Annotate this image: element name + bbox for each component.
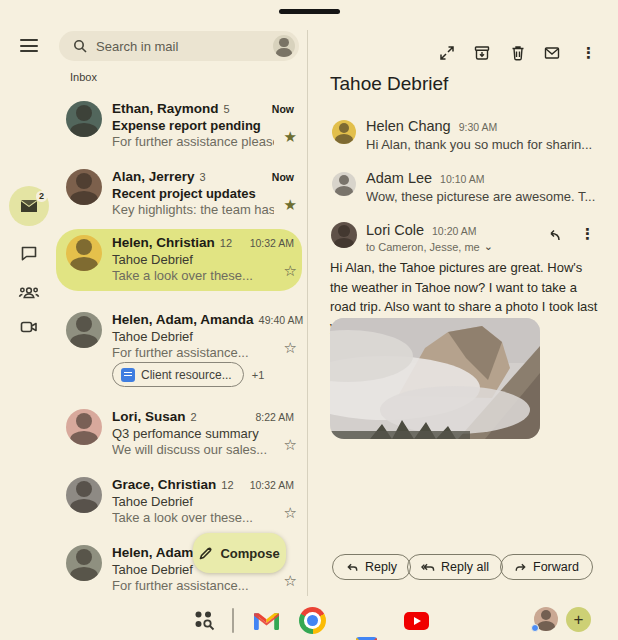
message-sender: Lori Cole xyxy=(366,222,424,238)
message-sender: Helen Chang xyxy=(366,118,451,134)
message-time: 10:10 AM xyxy=(440,173,484,185)
delete-icon[interactable] xyxy=(509,44,527,62)
star-icon[interactable]: ☆ xyxy=(284,504,297,522)
reply-all-button[interactable]: Reply all xyxy=(407,554,503,580)
nav-rail-mail[interactable]: 2 xyxy=(9,186,49,226)
reply-label: Reply xyxy=(365,560,397,574)
email-subject: Tahoe Debrief xyxy=(112,329,193,344)
star-icon[interactable]: ☆ xyxy=(284,262,297,280)
message-collapsed[interactable]: Helen Chang9:30 AM Hi Alan, thank you so… xyxy=(330,116,598,158)
compose-button[interactable]: Compose xyxy=(193,533,286,573)
forward-label: Forward xyxy=(533,560,579,574)
app-search-icon[interactable] xyxy=(193,609,216,632)
taskbar-divider xyxy=(232,608,234,633)
reply-arrow-icon xyxy=(346,561,359,574)
sender-avatar xyxy=(331,222,357,248)
video-camera-icon xyxy=(19,317,39,337)
nav-rail-chat[interactable] xyxy=(9,233,49,273)
recipients-toggle[interactable]: to Cameron, Jesse, me⌄ xyxy=(366,240,493,253)
message-snippet: Hi Alan, thank you so much for sharin... xyxy=(366,137,598,152)
email-subject: Tahoe Debrief xyxy=(112,252,193,267)
attachment-extra-count: +1 xyxy=(252,369,265,381)
email-subject: Recent project updates xyxy=(112,186,256,201)
email-time: Now xyxy=(272,103,294,115)
email-time: Now xyxy=(272,171,294,183)
star-icon[interactable]: ★ xyxy=(284,128,297,146)
email-time: 10:32 AM xyxy=(250,237,294,249)
archive-icon[interactable] xyxy=(473,44,491,62)
email-subject: Tahoe Debrief xyxy=(112,562,193,577)
email-snippet: For further assistance please... xyxy=(112,134,274,149)
sender-avatar xyxy=(66,169,102,205)
presence-dot xyxy=(531,624,539,632)
email-list-item[interactable]: Grace, Christian1210:32 AM Tahoe Debrief… xyxy=(56,471,302,533)
message-more-icon[interactable]: ⋮ xyxy=(580,225,592,243)
email-list-item[interactable]: Lori, Susan28:22 AM Q3 perfomance summar… xyxy=(56,403,302,465)
menu-icon[interactable] xyxy=(20,39,38,52)
sender-avatar xyxy=(66,312,102,348)
email-count: 2 xyxy=(191,411,197,423)
email-sender: Helen, Adam, Amanda xyxy=(112,312,254,327)
email-count: 12 xyxy=(220,237,232,249)
email-snippet: Key highlights: the team has a... xyxy=(112,202,274,217)
groups-icon xyxy=(17,281,41,305)
email-sender: Grace, Christian xyxy=(112,477,216,492)
star-icon[interactable]: ☆ xyxy=(284,572,297,590)
email-list-item-selected[interactable]: Helen, Christian1210:32 AM Tahoe Debrief… xyxy=(56,229,302,291)
message-snippet: Wow, these picturese are awesome. T... xyxy=(366,189,598,204)
search-bar[interactable] xyxy=(59,31,299,61)
email-snippet: For further assistance... xyxy=(112,578,274,593)
email-list-item[interactable]: Ethan, Raymond5Now Expense report pendin… xyxy=(56,95,302,157)
email-subject: Tahoe Debrief xyxy=(112,494,193,509)
plus-icon: + xyxy=(574,610,584,630)
open-in-full-icon[interactable] xyxy=(438,44,456,62)
mark-unread-icon[interactable] xyxy=(543,44,561,62)
attachment-chip-label: Client resource... xyxy=(141,368,232,382)
recipients-label: to Cameron, Jesse, me xyxy=(366,241,480,253)
email-list-item[interactable]: Alan, Jerrery3Now Recent project updates… xyxy=(56,163,302,225)
star-icon[interactable]: ☆ xyxy=(284,436,297,454)
search-input[interactable] xyxy=(96,39,273,54)
email-list-item[interactable]: Helen, Adam, Amanda49:40 AM Tahoe Debrie… xyxy=(56,298,302,398)
yosemite-photo[interactable] xyxy=(330,318,540,439)
more-options-icon[interactable]: ⋮ xyxy=(581,44,593,62)
message-collapsed[interactable]: Adam Lee10:10 AM Wow, these picturese ar… xyxy=(330,168,598,210)
email-time: 8:22 AM xyxy=(255,411,294,423)
gmail-two-pane-screen: 2 Inbox Ethan, Raymond5Now Exp xyxy=(0,0,618,640)
sender-avatar xyxy=(66,545,102,581)
email-sender: Alan, Jerrery xyxy=(112,169,195,184)
pencil-icon xyxy=(199,546,213,560)
reply-icon[interactable] xyxy=(546,226,564,244)
star-icon[interactable]: ★ xyxy=(284,196,297,214)
forward-arrow-icon xyxy=(514,561,527,574)
attachment-chip[interactable]: Client resource... xyxy=(112,362,244,387)
nav-rail-meet[interactable] xyxy=(9,307,49,347)
sender-avatar xyxy=(66,235,102,271)
chevron-down-icon: ⌄ xyxy=(484,240,493,253)
foggy-cliff-image xyxy=(330,318,540,439)
star-icon[interactable]: ☆ xyxy=(284,339,297,357)
add-button[interactable]: + xyxy=(566,607,591,632)
gmail-app-icon[interactable] xyxy=(254,611,279,630)
email-sender: Helen, Christian xyxy=(112,235,215,250)
account-avatar[interactable] xyxy=(273,35,295,57)
email-count: 5 xyxy=(224,103,230,115)
thread-title: Tahoe Debrief xyxy=(330,73,448,95)
forward-button[interactable]: Forward xyxy=(500,554,593,580)
email-time: 9:40 AM xyxy=(265,314,304,326)
search-icon xyxy=(73,39,87,53)
chrome-app-icon[interactable] xyxy=(299,607,326,634)
pane-divider xyxy=(307,30,308,596)
youtube-app-icon[interactable] xyxy=(404,612,429,630)
reply-button[interactable]: Reply xyxy=(332,554,411,580)
email-snippet: Take a look over these... xyxy=(112,268,274,283)
email-sender: Ethan, Raymond xyxy=(112,101,219,116)
email-snippet: Take a look over these... xyxy=(112,510,274,525)
document-icon xyxy=(121,368,135,382)
compose-label: Compose xyxy=(220,546,279,561)
message-sender: Adam Lee xyxy=(366,170,432,186)
sender-avatar xyxy=(66,101,102,137)
sender-avatar xyxy=(332,172,356,196)
sender-avatar xyxy=(332,120,356,144)
email-sender: Lori, Susan xyxy=(112,409,186,424)
